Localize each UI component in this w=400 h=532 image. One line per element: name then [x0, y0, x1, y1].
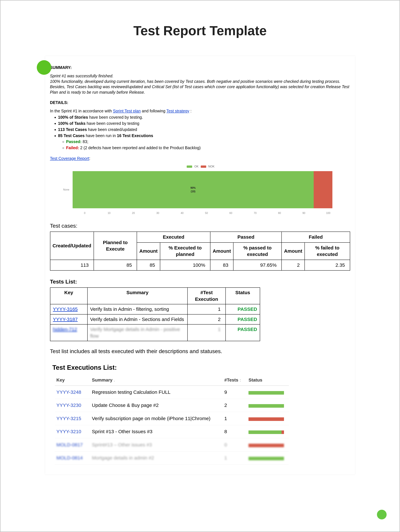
executions-table: Key Summary . #Tests : Status YYYY-3248R… — [55, 375, 289, 465]
execution-summary: Sprint#13 – Other issues #3 — [90, 438, 223, 451]
ex-h-summary: Summary . — [90, 375, 223, 386]
test-strategy-link[interactable]: Test strategy — [166, 109, 189, 113]
test-summary: Verify lists in Admin - filtering, sorti… — [88, 304, 188, 314]
ex-h-tests-text: #Tests — [224, 378, 238, 382]
detail-item-cases-bold: 113 Test Cases — [58, 127, 87, 132]
test-exec-count: 1 — [188, 304, 225, 314]
bar-track: 90% (10) — [73, 171, 340, 208]
test-key-link[interactable]: YYYY-3165 — [53, 306, 78, 312]
execution-key-link[interactable]: YYYY-3248 — [56, 389, 81, 395]
execution-row: MOLD-0814Mortgage details in admin #21 — [55, 451, 289, 465]
details-heading: DETAILS: — [50, 100, 350, 105]
sprint-test-plan-link[interactable]: Sprint Test plan — [113, 109, 141, 113]
execution-status-cell — [247, 412, 289, 425]
status-bar-pass — [249, 431, 281, 434]
passed-line: Passed: 83; — [66, 139, 350, 145]
execution-summary: Sprint #13 - Other Issues #3 — [90, 425, 223, 438]
legend-label-nok: NOK — [208, 165, 215, 168]
execution-status-cell — [247, 451, 289, 465]
execution-summary: Mortgage details in admin #2 — [90, 451, 223, 465]
x-tick: 60 — [219, 211, 243, 215]
details-intro-pre: In the Sprint #1 in accordance with — [50, 109, 113, 113]
x-tick: 10 — [97, 211, 121, 215]
bar-segment-gap — [332, 171, 340, 208]
execution-summary: Update Choose & Buy page #2 — [90, 399, 223, 412]
execution-key-link[interactable]: YYYY-3215 — [56, 416, 81, 421]
tc-pass-amount: 83 — [210, 260, 233, 271]
chart-x-axis: 0102030405060708090100 — [73, 211, 340, 215]
legend-swatch-ok — [187, 165, 192, 168]
test-coverage-report-link[interactable]: Test Coverage Report — [50, 156, 89, 161]
tc-fail-amount: 2 — [281, 260, 305, 271]
test-summary: Verify details in Admin - Sections and F… — [88, 314, 188, 324]
tc-h-planned: Planned to Execute — [94, 232, 137, 260]
test-exec-count: 1 — [188, 324, 225, 341]
tc-data-row: 113 85 85 100% 83 97.65% 2 2.35 — [50, 260, 350, 271]
test-status: PASSED — [225, 314, 260, 324]
passed-label: Passed: — [66, 139, 82, 144]
tc-exec-amount: 85 — [137, 260, 160, 271]
h-pass-amount: Amount — [210, 242, 233, 260]
detail-item-exec-bold-b: 16 Test Executions — [117, 133, 153, 138]
details-intro-post: : — [190, 109, 192, 113]
status-bar — [249, 417, 284, 421]
tl-h-key: Key — [50, 288, 88, 304]
status-bar-fail — [249, 444, 284, 447]
test-summary: Verify Mortgage details in Admin - posit… — [88, 324, 188, 341]
summary-line-3: Besides, Test Cases backlog was reviewed… — [50, 84, 350, 95]
tl-header-row: Key Summary #Test Execution Status — [50, 288, 260, 304]
tc-h-executed: Executed — [137, 232, 210, 242]
status-bar-pass — [249, 404, 284, 408]
execution-row: MOLD-0817Sprint#13 – Other issues #30 — [55, 438, 289, 451]
x-tick: 70 — [243, 211, 267, 215]
executions-label: Test Executions List: — [52, 363, 350, 372]
ex-header-row: Key Summary . #Tests : Status — [55, 375, 289, 386]
tl-h-status: Status — [225, 288, 260, 304]
detail-item-cases-rest: have been created/updated — [87, 127, 137, 132]
bar-segment-nok — [314, 171, 332, 208]
page-frame: Test Report Template SUMMARY: Sprint #1 … — [0, 0, 400, 532]
detail-item-cases: 113 Test Cases have been created/updated — [58, 127, 350, 132]
execution-row: YYYY-3248Regression testing Calculation … — [55, 386, 289, 399]
h-exec-pct: % Executed to planned — [160, 242, 210, 260]
h-fail-pct: % failed to executed — [305, 242, 350, 260]
status-bar — [249, 443, 284, 447]
bar-area: None 90% (10) — [60, 170, 340, 209]
execution-key-link[interactable]: YYYY-3230 — [56, 403, 81, 408]
x-tick: 20 — [121, 211, 145, 215]
decorative-dot-top — [37, 60, 51, 75]
detail-item-executions: 85 Test Cases have been run in 16 Test E… — [58, 133, 350, 151]
details-intro-mid: and following — [142, 109, 166, 113]
tc-fail-pct: 2.35 — [305, 260, 350, 271]
execution-sub-list: Passed: 83; Failed: 2 (2 defects have be… — [66, 139, 350, 151]
status-bar — [249, 404, 284, 408]
execution-key-link[interactable]: YYYY-3210 — [56, 429, 81, 434]
summary-text: Sprint #1 was successfully finished. 100… — [50, 73, 350, 95]
tests-list-row: hidden-712Verify Mortgage details in Adm… — [50, 324, 260, 341]
ex-h-tests: #Tests : — [223, 375, 247, 386]
execution-status-cell — [247, 425, 289, 438]
bar-segment-ok: 90% (10) — [73, 171, 314, 208]
status-bar-fail — [281, 431, 284, 434]
summary-line-2: 100% functionality, developed during cur… — [50, 79, 350, 84]
tc-planned: 85 — [94, 260, 137, 271]
tests-list-row: YYYY-3187Verify details in Admin - Secti… — [50, 314, 260, 324]
detail-item-tasks-rest: have been covered by testing — [86, 121, 139, 126]
status-bar-fail — [249, 417, 284, 421]
tc-header-row-1: Created/Updated Planned to Execute Execu… — [50, 232, 350, 242]
failed-label: Failed: — [66, 146, 79, 150]
execution-row: YYYY-3230Update Choose & Buy page #22 — [55, 399, 289, 412]
execution-summary: Verify subscription page on mobile (iPho… — [90, 412, 223, 425]
detail-item-exec-bold-a: 85 Test Cases — [58, 133, 86, 138]
detail-item-tasks: 100% of Tasks have been covered by testi… — [58, 121, 350, 126]
h-exec-amount: Amount — [137, 242, 160, 260]
h-pass-pct: % passed to executed — [233, 242, 281, 260]
status-bar — [249, 456, 284, 460]
test-key-link[interactable]: YYYY-3187 — [53, 317, 78, 322]
tc-h-created: Created/Updated — [50, 232, 94, 260]
failed-line: Failed: 2 (2 defects have been reported … — [66, 145, 350, 151]
execution-summary: Regression testing Calculation FULL — [90, 386, 223, 399]
execution-status-cell — [247, 438, 289, 451]
test-status: PASSED — [225, 304, 260, 314]
detail-item-stories-rest: have been covered by testing. — [88, 115, 143, 120]
